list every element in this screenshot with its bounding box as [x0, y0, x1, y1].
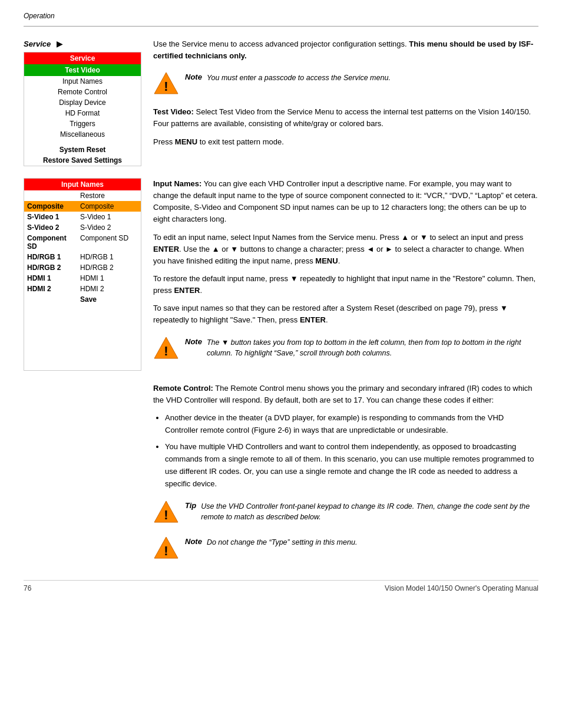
- in-left-componentsd: Component SD: [24, 233, 77, 252]
- menu-item-hd-format: HD Format: [24, 108, 141, 118]
- svg-text:!: !: [164, 508, 168, 522]
- in-right-composite: Composite: [77, 201, 141, 212]
- tip-label: Tip: [185, 499, 196, 510]
- tip-text: Use the VHD Controller front-panel keypa…: [201, 499, 538, 523]
- in-left-svideo1: S-Video 1: [24, 212, 77, 222]
- in-right-hdmi1: HDMI 1: [77, 273, 141, 284]
- in-right-svideo1: S-Video 1: [77, 212, 141, 222]
- restore-para: To restore the default input name, press…: [153, 273, 538, 297]
- in-row-save: Save: [24, 294, 141, 305]
- in-right-hdrgb2: HD/RGB 2: [77, 262, 141, 273]
- svg-text:!: !: [164, 79, 168, 94]
- in-row-restore: Restore: [24, 190, 141, 201]
- input-names-menu-box: Input Names Restore Composite Composite …: [24, 178, 141, 371]
- menu-item-input-names: Input Names: [24, 76, 141, 87]
- in-left-svideo2: S-Video 2: [24, 222, 77, 233]
- input-names-note-inner: Note The ▼ button takes you from top to …: [185, 335, 538, 360]
- bullet-item-2: You have multiple VHD Controllers and wa…: [165, 441, 538, 490]
- in-row-svideo2: S-Video 2 S-Video 2: [24, 222, 141, 233]
- in-row-hdmi2: HDMI 2 HDMI 2: [24, 284, 141, 294]
- in-right-restore: Restore: [77, 190, 141, 201]
- note-inner: Note You must enter a passcode to access…: [185, 70, 391, 84]
- tip-inner: Tip Use the VHD Controller front-panel k…: [185, 499, 538, 523]
- input-names-note-label: Note: [185, 335, 202, 346]
- in-row-hdrgb1: HD/RGB 1 HD/RGB 1: [24, 252, 141, 262]
- menu-item-test-video: Test Video: [24, 64, 141, 76]
- menu-item-triggers: Triggers: [24, 118, 141, 129]
- bullet-item-1: Another device in the theater (a DVD pla…: [165, 412, 538, 437]
- in-row-componentsd: Component SD Component SD: [24, 233, 141, 252]
- menu-item-system-reset: System Reset: [24, 144, 141, 155]
- in-row-svideo1: S-Video 1 S-Video 1: [24, 212, 141, 222]
- svg-text:!: !: [164, 344, 168, 358]
- menu-item-restore-saved: Restore Saved Settings: [24, 155, 141, 166]
- service-menu-box: Service Test Video Input Names Remote Co…: [24, 52, 141, 166]
- input-names-section: Input Names Restore Composite Composite …: [24, 178, 538, 371]
- in-left-composite: Composite: [24, 201, 77, 212]
- in-right-hdmi2: HDMI 2: [77, 284, 141, 294]
- breadcrumb: Operation: [24, 12, 538, 20]
- input-names-note-icon: !: [153, 335, 179, 363]
- in-right-save: Save: [77, 294, 141, 305]
- note-label: Note: [185, 70, 202, 81]
- remote-note-label: Note: [185, 535, 202, 546]
- input-names-label: Input Names:: [153, 179, 201, 188]
- remote-note-inner: Note Do not change the “Type” setting in…: [185, 535, 357, 548]
- tip-box: ! Tip Use the VHD Controller front-panel…: [153, 499, 538, 526]
- remote-note-text: Do not change the “Type” setting in this…: [207, 535, 357, 548]
- menu-item-remote-control: Remote Control: [24, 87, 141, 97]
- service-note-box: ! Note You must enter a passcode to acce…: [153, 70, 538, 98]
- service-label-row: Service ▶: [24, 38, 141, 48]
- menu-spacer: [24, 140, 141, 144]
- page-footer: 76 Vision Model 140/150 Owner's Operatin…: [24, 580, 538, 592]
- press-menu-text: Press MENU to exit test pattern mode.: [153, 136, 538, 148]
- service-intro-text: Use the Service menu to access advanced …: [153, 38, 538, 62]
- menu-item-service: Service: [24, 52, 141, 64]
- remote-control-label: Remote Control:: [153, 384, 213, 393]
- menu-item-miscellaneous: Miscellaneous: [24, 129, 141, 140]
- in-left-save: [24, 294, 77, 305]
- in-right-hdrgb1: HD/RGB 1: [77, 252, 141, 262]
- in-left-hdmi2: HDMI 2: [24, 284, 77, 294]
- in-right-svideo2: S-Video 2: [77, 222, 141, 233]
- footer-manual-title: Vision Model 140/150 Owner's Operating M…: [385, 584, 538, 592]
- service-arrow: ▶: [57, 38, 63, 48]
- menu-item-display-device: Display Device: [24, 97, 141, 108]
- remote-control-intro: Remote Control: The Remote Control menu …: [153, 383, 538, 406]
- service-section: Service ▶ Service Test Video Input Names…: [24, 38, 538, 166]
- in-right-componentsd: Component SD: [77, 233, 141, 252]
- svg-text:!: !: [164, 543, 168, 558]
- save-para: To save input names so that they can be …: [153, 302, 538, 326]
- top-divider: [24, 26, 538, 27]
- in-row-hdrgb2: HD/RGB 2 HD/RGB 2: [24, 262, 141, 273]
- service-label: Service: [24, 38, 51, 48]
- in-left-hdrgb1: HD/RGB 1: [24, 252, 77, 262]
- input-names-note-box: ! Note The ▼ button takes you from top t…: [153, 335, 538, 363]
- input-names-header: Input Names: [24, 179, 141, 190]
- remote-control-bullets: Another device in the theater (a DVD pla…: [165, 412, 538, 490]
- in-left-hdmi1: HDMI 1: [24, 273, 77, 284]
- footer-page-number: 76: [24, 584, 31, 592]
- service-left-col: Service ▶ Service Test Video Input Names…: [24, 38, 141, 166]
- in-row-composite: Composite Composite: [24, 201, 141, 212]
- service-note-text: You must enter a passcode to access the …: [207, 70, 391, 84]
- edit-para: To edit an input name, select Input Name…: [153, 232, 538, 267]
- test-video-label: Test Video:: [153, 107, 194, 116]
- remote-note-icon: !: [153, 535, 179, 562]
- remote-control-section: Remote Control: The Remote Control menu …: [153, 383, 538, 562]
- tip-icon: !: [153, 499, 179, 526]
- service-right-col: Use the Service menu to access advanced …: [153, 38, 538, 166]
- input-names-note-text: The ▼ button takes you from top to botto…: [207, 335, 538, 360]
- in-left-restore: [24, 190, 77, 201]
- test-video-text: Test Video: Select Test Video from the S…: [153, 106, 538, 130]
- input-names-right-col: Input Names: You can give each VHD Contr…: [153, 178, 538, 371]
- note-icon: !: [153, 70, 179, 98]
- in-row-hdmi1: HDMI 1 HDMI 1: [24, 273, 141, 284]
- in-left-hdrgb2: HD/RGB 2: [24, 262, 77, 273]
- remote-note-box: ! Note Do not change the “Type” setting …: [153, 535, 538, 562]
- input-names-intro-text: Input Names: You can give each VHD Contr…: [153, 178, 538, 226]
